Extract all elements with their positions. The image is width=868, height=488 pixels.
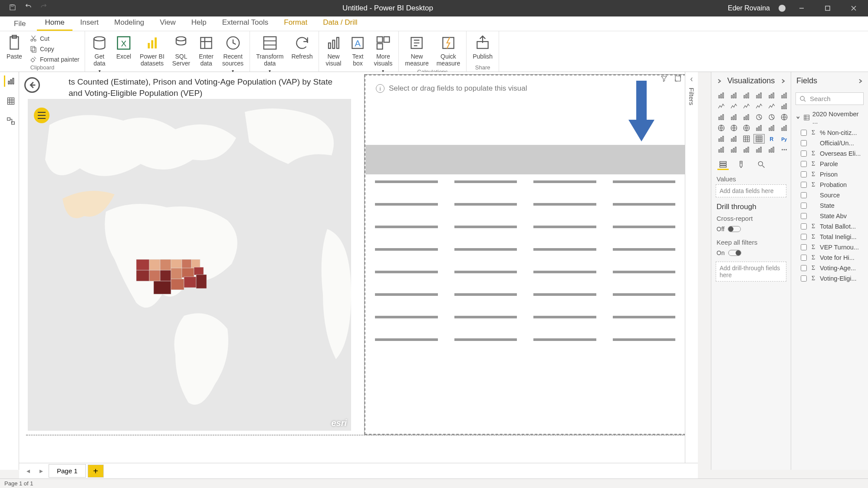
format-painter-button[interactable]: Format painter [28,55,81,64]
viz-funnel[interactable] [728,112,740,122]
report-view-icon[interactable] [4,75,15,87]
field-state-abv[interactable]: State Abv [791,211,868,221]
viz-multi-card[interactable] [779,123,790,133]
excel-button[interactable]: XExcel [113,33,135,62]
tab-insert[interactable]: Insert [72,16,107,31]
text-box-button[interactable]: AText box [347,33,368,69]
field-official-un---[interactable]: Official/Un... [791,138,868,148]
tab-home[interactable]: Home [37,16,72,31]
field---non-citiz---[interactable]: Σ% Non-citiz... [791,128,868,138]
filters-pane-collapsed[interactable]: Filters [685,72,698,470]
viz-python-visual[interactable]: Py [779,134,790,144]
new-measure-button[interactable]: New measure [402,33,431,69]
back-button[interactable] [24,77,40,93]
viz-waterfall[interactable] [716,112,727,122]
data-view-icon[interactable] [4,95,15,107]
format-tab-icon[interactable] [736,160,748,170]
tab-view[interactable]: View [152,16,184,31]
viz-pie[interactable] [753,112,765,122]
viz-stacked-bar[interactable] [716,91,727,100]
redo-icon[interactable] [40,3,48,13]
values-well[interactable]: Add data fields here [716,184,786,197]
viz-clustered-column[interactable] [753,91,765,100]
field-parole[interactable]: ΣParole [791,159,868,169]
model-view-icon[interactable] [4,115,15,127]
tab-help[interactable]: Help [184,16,214,31]
viz-stacked-area[interactable] [741,102,752,111]
viz-gauge[interactable] [753,123,765,133]
field-vote-for-hi---[interactable]: ΣVote for Hi... [791,252,868,263]
viz-key-influencer[interactable] [716,145,727,154]
drill-through-well[interactable]: Add drill-through fields here [716,262,786,282]
paste-button[interactable]: Paste [3,33,25,62]
tab-modeling[interactable]: Modeling [106,16,152,31]
viz-qna[interactable] [741,145,752,154]
field-total-ballot---[interactable]: ΣTotal Ballot... [791,221,868,232]
field-prison[interactable]: ΣPrison [791,169,868,180]
publish-button[interactable]: Publish [470,33,495,62]
viz-line-col2[interactable] [766,102,777,111]
chevron-right-icon[interactable] [858,79,863,84]
viz-matrix[interactable] [753,134,765,144]
collapse-icon[interactable] [717,79,722,84]
undo-icon[interactable] [24,3,32,13]
field-probation[interactable]: ΣProbation [791,180,868,190]
fields-tab-icon[interactable] [717,160,729,170]
viz-scatter[interactable] [741,112,752,122]
viz-donut[interactable] [766,112,777,122]
map-visual[interactable]: esri [28,99,351,431]
field-total-ineligi---[interactable]: ΣTotal Ineligi... [791,232,868,242]
viz-stacked-column[interactable] [728,91,740,100]
viz-ribbon[interactable] [779,102,790,111]
user-name[interactable]: Eder Rovaina [728,4,770,12]
save-icon[interactable] [9,3,16,13]
page-tab-1[interactable]: Page 1 [49,464,86,478]
more-visuals-button[interactable]: More visuals▾ [371,33,395,75]
viz-paginated[interactable] [753,145,765,154]
sql-server-button[interactable]: SQL Server [170,33,193,69]
viz-filled-map[interactable] [728,123,740,133]
field-overseas-eli---[interactable]: ΣOverseas Eli... [791,148,868,159]
viz-table[interactable] [741,134,752,144]
cross-report-toggle[interactable]: Off [711,224,791,234]
field-voting-age---[interactable]: ΣVoting-Age... [791,263,868,273]
viz-area[interactable] [728,102,740,111]
get-data-button[interactable]: Get data▾ [89,33,110,75]
analytics-tab-icon[interactable] [756,160,767,170]
field-voting-eligi---[interactable]: ΣVoting-Eligi... [791,273,868,284]
viz-map[interactable] [716,123,727,133]
close-button[interactable] [844,5,864,11]
map-options-button[interactable] [34,108,49,123]
viz-100-column[interactable] [779,91,790,100]
field-vep-turnou---[interactable]: ΣVEP Turnou... [791,242,868,252]
viz-treemap[interactable] [779,112,790,122]
viz-decomp[interactable] [728,145,740,154]
viz-100-bar[interactable] [766,91,777,100]
field-state[interactable]: State [791,200,868,211]
new-visual-button[interactable]: New visual [322,33,344,69]
page-next[interactable]: ▸ [36,465,47,477]
add-page-button[interactable]: + [88,465,104,478]
viz-kpi[interactable] [716,134,727,144]
viz-clustered-bar[interactable] [741,91,752,100]
table-node[interactable]: 2020 November ... [791,108,868,128]
table-visual[interactable]: i Select or drag fields to populate this… [365,75,686,435]
viz-slicer[interactable] [728,134,740,144]
page-prev[interactable]: ◂ [23,465,34,477]
viz-arcgis[interactable] [766,145,777,154]
refresh-button[interactable]: Refresh [289,33,315,62]
recent-sources-button[interactable]: Recent sources▾ [220,33,246,75]
keep-filters-toggle[interactable]: On [711,248,791,258]
focus-icon[interactable] [674,75,682,84]
copy-button[interactable]: Copy [28,44,81,54]
field-source[interactable]: Source [791,190,868,200]
viz-more[interactable] [779,145,790,154]
transform-data-button[interactable]: Transform data▾ [253,33,286,75]
enter-data-button[interactable]: Enter data [195,33,217,69]
cut-button[interactable]: Cut [28,34,81,43]
tab-external-tools[interactable]: External Tools [214,16,276,31]
chevron-right-icon[interactable] [780,79,786,84]
quick-measure-button[interactable]: Quick measure [434,33,463,69]
file-tab[interactable]: File [6,17,33,31]
avatar[interactable] [779,5,786,12]
